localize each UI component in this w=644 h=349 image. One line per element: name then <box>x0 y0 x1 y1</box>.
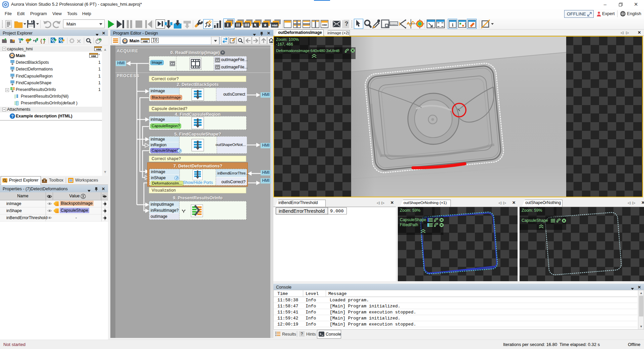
svg-text:2: 2 <box>465 24 466 28</box>
svg-text:{: { <box>40 38 42 44</box>
svg-text:HMI: HMI <box>272 24 278 27</box>
svg-text:★: ★ <box>263 22 267 28</box>
svg-text:HMI: HMI <box>322 23 327 27</box>
svg-text:?: ? <box>11 114 13 119</box>
svg-text:i: i <box>452 22 453 28</box>
